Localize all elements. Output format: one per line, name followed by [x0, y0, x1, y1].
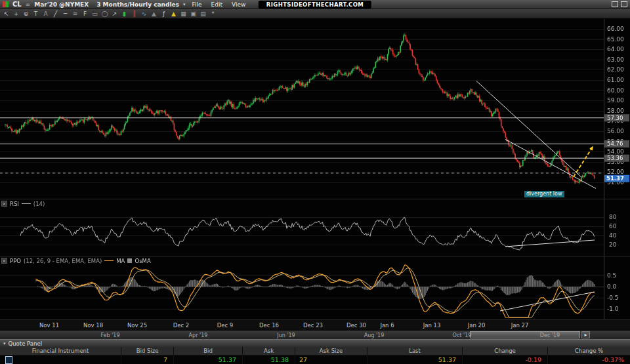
divergent-low-annotation: divergent low	[524, 191, 564, 197]
menu-view[interactable]: View	[229, 1, 248, 8]
time-scrollbar[interactable]: ▸ Feb '19Apr '19Jun '19Aug '19Oct '19Dec…	[0, 330, 630, 339]
drawing-toolbar: ↖+⊕TA╱─≡F▭◯↗▮║∿▲ƒ▲▦▣▤*	[0, 9, 630, 19]
rsi-panel-canvas[interactable]	[0, 199, 630, 256]
menu-file[interactable]: File	[189, 1, 204, 8]
col-bid[interactable]: Bid	[174, 347, 243, 355]
indicators-icon[interactable]: ƒ	[159, 10, 168, 18]
scroll-period-label: Aug '19	[364, 333, 385, 338]
rsi-close-icon[interactable]: ×	[1, 201, 7, 207]
menu-edit[interactable]: Edit	[209, 1, 225, 8]
timeframe-caret-icon[interactable]: ▾	[183, 2, 186, 7]
timeframe-selector[interactable]: 3 Months/Hourly candles	[96, 1, 179, 8]
cell-last: 51.37	[368, 355, 463, 364]
window-minimize-icon[interactable]	[612, 1, 618, 7]
ppo-title[interactable]: PPO	[10, 258, 21, 264]
col-financial-instrument[interactable]: Financial Instrument	[0, 347, 121, 355]
line-style-icon[interactable]: ∿	[140, 10, 148, 18]
candle-style-icon[interactable]: ▮	[120, 10, 129, 18]
ppo-osma-label: OsMA	[135, 258, 150, 264]
scroll-period-label: Apr '19	[189, 333, 208, 338]
app-icon	[3, 1, 9, 7]
crosshair-tool-icon[interactable]: +	[12, 10, 20, 18]
fibonacci-tool-icon[interactable]: F	[81, 10, 89, 18]
date-label: Dec 23	[303, 322, 323, 329]
window-buttons	[612, 1, 627, 7]
date-label: Jan 27	[511, 322, 529, 329]
snapshot-icon[interactable]: ▣	[189, 10, 198, 18]
scroll-right-icon[interactable]: ▸	[581, 331, 590, 338]
rsi-params: (14)	[33, 201, 45, 207]
quote-columns-row: Financial Instrument Bid Size Bid Ask As…	[0, 347, 630, 355]
ellipse-tool-icon[interactable]: ◯	[100, 10, 109, 18]
grid-icon[interactable]: ▦	[179, 10, 188, 18]
ppo-ma-label: MA	[116, 258, 125, 264]
pointer-tool-icon[interactable]: ↖	[2, 10, 10, 18]
rectangle-tool-icon[interactable]: ▭	[91, 10, 99, 18]
arrow-tool-icon[interactable]: ↗	[110, 10, 119, 18]
date-label: Dec 9	[217, 322, 234, 329]
trendline-tool-icon[interactable]: ╱	[51, 10, 60, 18]
quote-panel-title: Quote Panel	[9, 340, 42, 347]
row-selector[interactable]	[5, 356, 12, 364]
area-style-icon[interactable]: ▲	[150, 10, 158, 18]
col-bid-size[interactable]: Bid Size	[121, 347, 174, 355]
scrollbar-thumb[interactable]	[470, 331, 580, 338]
cell-ask-size: 27	[295, 355, 368, 364]
date-label: Nov 11	[39, 322, 59, 329]
alert-icon[interactable]: ▲	[169, 10, 178, 18]
window-maximize-icon[interactable]	[621, 1, 627, 7]
title-bar: CL ∞ Mar'20 @NYMEX 3 Months/Hourly candl…	[0, 0, 630, 9]
date-label: Dec 30	[346, 322, 366, 329]
quote-panel-caret-icon[interactable]: ▾	[3, 341, 6, 346]
ppo-close-icon[interactable]: ×	[1, 258, 7, 264]
ppo-params: (12, 26, 9 - EMA, EMA, EMA)	[24, 258, 102, 264]
cell-ask: 51.38	[243, 355, 295, 364]
date-label: Jan 13	[423, 322, 441, 329]
ppo-panel-canvas[interactable]	[0, 256, 630, 319]
date-label: Jan 6	[380, 322, 394, 329]
date-label: Nov 25	[127, 322, 147, 329]
continuous-contract-icon: ∞	[26, 1, 31, 8]
bar-style-icon[interactable]: ║	[130, 10, 138, 18]
quote-row[interactable]: 7 51.37 51.38 27 51.37 -0.19 -0.37%	[0, 355, 630, 364]
col-change[interactable]: Change	[463, 347, 548, 355]
col-last[interactable]: Last	[368, 347, 463, 355]
col-ask-size[interactable]: Ask Size	[295, 347, 368, 355]
note-tool-icon[interactable]: A	[41, 10, 50, 18]
symbol-label: CL	[12, 1, 22, 8]
date-axis: Nov 11Nov 18Nov 25Dec 2Dec 9Dec 16Dec 23…	[0, 319, 630, 330]
chart-area: × RSI (14) × PPO (12, 26, 9 - EMA, EMA, …	[0, 19, 630, 339]
channel-tool-icon[interactable]: ≡	[71, 10, 79, 18]
cell-change: -0.19	[463, 355, 548, 364]
scroll-period-label: Oct '19	[453, 333, 472, 338]
horizontal-line-tool-icon[interactable]: ─	[61, 10, 70, 18]
cell-bid-size: 7	[121, 355, 174, 364]
scroll-period-label: Jun '19	[277, 333, 295, 338]
ppo-osma-swatch	[127, 258, 132, 263]
date-label: Dec 2	[173, 322, 190, 329]
date-label: Jan 20	[468, 322, 486, 329]
rsi-title[interactable]: RSI	[10, 201, 19, 207]
date-label: Dec 16	[259, 322, 279, 329]
price-chart-canvas[interactable]	[0, 19, 630, 199]
quote-panel-header[interactable]: ▾ Quote Panel	[0, 339, 630, 347]
cell-financial-instrument[interactable]	[0, 355, 121, 364]
date-label: Nov 18	[83, 322, 103, 329]
contract-label: Mar'20 @NYMEX	[34, 1, 89, 8]
print-icon[interactable]: ▤	[199, 10, 207, 18]
settings-icon[interactable]: *	[209, 10, 217, 18]
quote-panel: ▾ Quote Panel Financial Instrument Bid S…	[0, 339, 630, 364]
rsi-line-swatch	[22, 203, 31, 204]
ppo-panel-header: × PPO (12, 26, 9 - EMA, EMA, EMA) MA OsM…	[0, 257, 151, 264]
rsi-panel-header: × RSI (14)	[0, 200, 45, 207]
trading-app-window: CL ∞ Mar'20 @NYMEX 3 Months/Hourly candl…	[0, 0, 630, 364]
zoom-tool-icon[interactable]: ⊕	[22, 10, 30, 18]
cell-change-pct: -0.37%	[548, 355, 630, 364]
ppo-ma-swatch	[104, 260, 114, 261]
text-tool-icon[interactable]: T	[32, 10, 40, 18]
scroll-period-label: Dec '19	[540, 333, 560, 338]
col-change-pct[interactable]: Change %	[548, 347, 630, 355]
brand-watermark: RightSideOfTheChart.com	[259, 1, 371, 9]
col-ask[interactable]: Ask	[243, 347, 295, 355]
scroll-period-label: Feb '19	[100, 333, 119, 338]
